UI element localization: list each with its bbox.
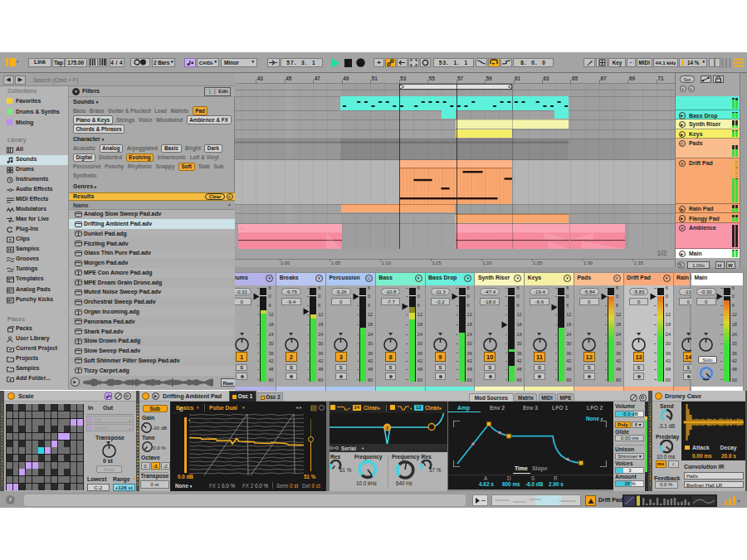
- svg-text:2: 2: [385, 425, 388, 430]
